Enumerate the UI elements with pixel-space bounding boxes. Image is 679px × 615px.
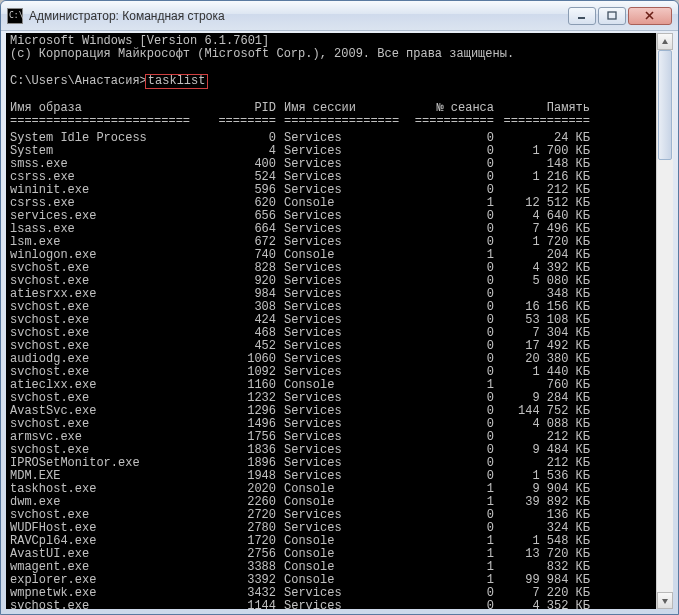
header-name: Имя образа bbox=[10, 102, 212, 115]
proc-snum: 0 bbox=[406, 236, 494, 249]
vertical-scrollbar[interactable] bbox=[656, 33, 673, 609]
proc-snum: 0 bbox=[406, 314, 494, 327]
proc-snum: 0 bbox=[406, 340, 494, 353]
proc-snum: 0 bbox=[406, 327, 494, 340]
maximize-button[interactable] bbox=[598, 7, 626, 25]
minimize-button[interactable] bbox=[568, 7, 596, 25]
proc-snum: 1 bbox=[406, 561, 494, 574]
svg-rect-1 bbox=[608, 12, 616, 19]
proc-snum: 0 bbox=[406, 587, 494, 600]
proc-session: Services bbox=[276, 600, 406, 609]
proc-snum: 0 bbox=[406, 509, 494, 522]
header-pid: PID bbox=[212, 102, 276, 115]
proc-snum: 0 bbox=[406, 184, 494, 197]
svg-marker-4 bbox=[662, 39, 668, 44]
proc-snum: 0 bbox=[406, 301, 494, 314]
proc-snum: 0 bbox=[406, 288, 494, 301]
cmd-window: C:\ Администратор: Командная строка Micr… bbox=[0, 0, 679, 615]
proc-snum: 1 bbox=[406, 496, 494, 509]
header-snum: № сеанса bbox=[406, 102, 494, 115]
table-row: svchost.exe1144Services04 352 КБ bbox=[10, 600, 652, 609]
proc-snum: 1 bbox=[406, 548, 494, 561]
command-text: tasklist bbox=[148, 74, 206, 88]
proc-snum: 1 bbox=[406, 379, 494, 392]
proc-snum: 0 bbox=[406, 262, 494, 275]
copyright-line: (c) Корпорация Майкрософт (Microsoft Cor… bbox=[10, 47, 514, 61]
proc-snum: 1 bbox=[406, 197, 494, 210]
proc-snum: 0 bbox=[406, 353, 494, 366]
proc-snum: 0 bbox=[406, 158, 494, 171]
proc-snum: 0 bbox=[406, 470, 494, 483]
proc-snum: 0 bbox=[406, 431, 494, 444]
table-separator: ========================================… bbox=[10, 115, 652, 132]
prompt-prefix: C:\Users\Анастасия> bbox=[10, 74, 147, 88]
cmd-icon: C:\ bbox=[7, 8, 23, 24]
proc-snum: 0 bbox=[406, 444, 494, 457]
maximize-icon bbox=[607, 11, 617, 21]
proc-snum: 0 bbox=[406, 405, 494, 418]
proc-snum: 0 bbox=[406, 210, 494, 223]
scroll-thumb[interactable] bbox=[658, 50, 672, 160]
close-button[interactable] bbox=[628, 7, 672, 25]
proc-snum: 0 bbox=[406, 132, 494, 145]
proc-snum: 0 bbox=[406, 522, 494, 535]
scroll-down-button[interactable] bbox=[657, 592, 673, 609]
proc-snum: 0 bbox=[406, 457, 494, 470]
header-session: Имя сессии bbox=[276, 102, 406, 115]
chevron-up-icon bbox=[661, 38, 669, 46]
proc-snum: 0 bbox=[406, 366, 494, 379]
window-title: Администратор: Командная строка bbox=[29, 9, 568, 23]
svg-marker-5 bbox=[662, 599, 668, 604]
proc-pid: 1144 bbox=[212, 600, 276, 609]
minimize-icon bbox=[577, 11, 587, 21]
console-output[interactable]: Microsoft Windows [Version 6.1.7601] (c)… bbox=[6, 33, 656, 609]
proc-snum: 0 bbox=[406, 145, 494, 158]
proc-snum: 0 bbox=[406, 392, 494, 405]
close-icon bbox=[645, 11, 655, 21]
proc-snum: 0 bbox=[406, 600, 494, 609]
proc-snum: 1 bbox=[406, 574, 494, 587]
proc-snum: 0 bbox=[406, 223, 494, 236]
command-highlight: tasklist bbox=[145, 74, 209, 89]
proc-snum: 0 bbox=[406, 275, 494, 288]
console-area: Microsoft Windows [Version 6.1.7601] (c)… bbox=[6, 33, 673, 609]
proc-snum: 0 bbox=[406, 418, 494, 431]
process-list: System Idle Process0Services024 КБSystem… bbox=[10, 132, 652, 609]
proc-mem: 4 352 КБ bbox=[494, 600, 590, 609]
scroll-track[interactable] bbox=[657, 50, 673, 592]
table-header: Имя образаPIDИмя сессии№ сеансаПамять bbox=[10, 102, 652, 115]
chevron-down-icon bbox=[661, 597, 669, 605]
window-controls bbox=[568, 7, 672, 25]
header-mem: Память bbox=[494, 102, 590, 115]
proc-snum: 0 bbox=[406, 171, 494, 184]
titlebar[interactable]: C:\ Администратор: Командная строка bbox=[1, 1, 678, 31]
proc-snum: 1 bbox=[406, 535, 494, 548]
proc-name: svchost.exe bbox=[10, 600, 212, 609]
proc-pid: 0 bbox=[212, 132, 276, 145]
version-line: Microsoft Windows [Version 6.1.7601] bbox=[10, 34, 269, 48]
proc-snum: 1 bbox=[406, 249, 494, 262]
scroll-up-button[interactable] bbox=[657, 33, 673, 50]
proc-snum: 1 bbox=[406, 483, 494, 496]
